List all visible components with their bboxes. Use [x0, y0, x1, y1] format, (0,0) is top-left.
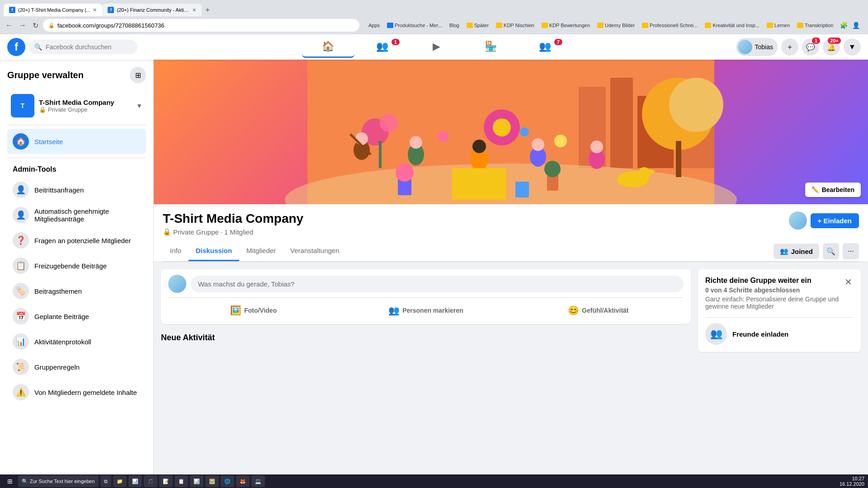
more-icon: ··· — [848, 247, 854, 255]
admin-item-auto-mitglieder[interactable]: 👤 Automatisch genehmigte Mitgliedsanträg… — [7, 202, 146, 228]
home-icon: 🏠 — [322, 41, 334, 52]
taskbar-app-3[interactable]: 📝 — [159, 475, 173, 487]
add-button[interactable]: ＋ — [781, 38, 798, 56]
admin-item-fragen[interactable]: ❓ Fragen an potenzielle Mitglieder — [7, 228, 146, 253]
freunde-einladen-item[interactable]: 👥 Freunde einladen — [705, 317, 854, 345]
group-title-info: T-Shirt Media Company 🔒 Private Gruppe ·… — [163, 211, 303, 236]
account-menu-button[interactable]: ▼ — [844, 38, 861, 56]
taskbar-app-5[interactable]: 📊 — [190, 475, 203, 487]
composer-input[interactable]: Was machst du gerade, Tobias? — [191, 276, 684, 292]
taskbar-search-label: Zur Suche Text hier eingeben — [30, 479, 95, 484]
taskbar-app-4[interactable]: 📋 — [175, 475, 188, 487]
nav-groups[interactable]: 👥 7 — [519, 36, 571, 58]
admin-item-beitragsthemen[interactable]: 🏷️ Beitragsthemen — [7, 278, 146, 304]
nav-watch[interactable]: ▶ — [410, 36, 463, 58]
user-profile-button[interactable]: Tobias — [736, 38, 778, 56]
taskbar-task-view[interactable]: ⧉ — [100, 475, 111, 487]
tab-info[interactable]: Info — [163, 241, 189, 261]
messenger-button[interactable]: 💬 1 — [802, 38, 819, 56]
taskbar-app-1[interactable]: 📊 — [128, 475, 142, 487]
sidebar-panel-toggle[interactable]: ⊞ — [130, 67, 146, 83]
url-box[interactable]: 🔒 facebook.com/groups/727088861560736 — [43, 19, 359, 32]
admin-item-freizugeben[interactable]: 📋 Freizugebende Beiträge — [7, 253, 146, 278]
start-button[interactable]: ⊞ — [4, 477, 16, 486]
browser-chrome: f (20+) T-Shirt Media Company |... ✕ f (… — [0, 0, 868, 34]
invite-button[interactable]: + Einladen — [811, 213, 859, 228]
nav-home[interactable]: 🏠 — [302, 36, 354, 58]
notifications-button[interactable]: 🔔 20+ — [823, 38, 840, 56]
composer-tag-people[interactable]: 👥 Personen markieren — [340, 302, 511, 319]
back-button[interactable]: ← — [4, 19, 14, 31]
tab-mitglieder[interactable]: Mitglieder — [239, 241, 283, 261]
nav-friends[interactable]: 👥 1 — [356, 36, 409, 58]
taskbar-app-8[interactable]: 🦊 — [236, 475, 250, 487]
bookmark-produktsuche[interactable]: Produktsuche - Mer... — [384, 22, 445, 29]
taskbar-app-7[interactable]: 🌐 — [221, 475, 234, 487]
beitragsthemen-icon: 🏷️ — [13, 283, 29, 299]
profile-button[interactable]: 👤 — [851, 21, 861, 30]
composer-row: Was machst du gerade, Tobias? — [168, 275, 684, 293]
search-box[interactable]: 🔍 — [29, 40, 137, 54]
members-count: 1 Mitglied — [224, 228, 253, 236]
sidebar-title: Gruppe verwalten — [7, 70, 84, 80]
admin-item-beitrittsanfragen[interactable]: 👤 Beitrittsanfragen — [7, 177, 146, 202]
bookmark-kdpbew[interactable]: KDP Bewertungen — [539, 22, 593, 29]
sidebar-divider-1 — [7, 125, 146, 125]
setup-close-button[interactable]: ✕ — [841, 275, 855, 289]
search-group-button[interactable]: 🔍 — [823, 243, 839, 259]
svg-point-34 — [438, 131, 448, 142]
composer-feeling[interactable]: 😊 Gefühl/Aktivität — [513, 302, 684, 319]
new-tab-button[interactable]: + — [202, 4, 213, 16]
freunde-label: Freunde einladen — [732, 330, 788, 338]
taskbar: ⊞ 🔍 Zur Suche Text hier eingeben ⧉ 📁 📊 🎵… — [0, 474, 868, 488]
bookmark-lernen[interactable]: Lernen — [764, 22, 793, 29]
bookmark-kreativ[interactable]: Kreativität und Insp... — [702, 22, 762, 29]
nav-marketplace[interactable]: 🏪 — [465, 36, 517, 58]
browser-tab-2[interactable]: f (20+) Finanz Community - Aktie... ✕ — [102, 4, 202, 16]
joined-button[interactable]: 👥 Joined — [774, 244, 819, 259]
tab-veranstaltungen[interactable]: Veranstaltungen — [283, 241, 346, 261]
bookmark-kdp[interactable]: KDP Nischien — [493, 22, 537, 29]
taskbar-app-2[interactable]: 🎵 — [144, 475, 157, 487]
tab-close-2[interactable]: ✕ — [192, 7, 196, 13]
group-info: T-Shirt Media Company 🔒 Private Gruppe — [39, 99, 132, 113]
edit-cover-button[interactable]: ✏️ Bearbeiten — [805, 183, 861, 197]
forward-button[interactable]: → — [17, 19, 28, 31]
bookmark-prof[interactable]: Professionell Schrei... — [639, 22, 700, 29]
post-composer: Was machst du gerade, Tobias? 🖼️ Foto/Vi… — [161, 269, 691, 324]
browser-tab-1[interactable]: f (20+) T-Shirt Media Company |... ✕ — [4, 4, 102, 16]
neue-aktivitat-heading: Neue Aktivität — [161, 329, 691, 346]
time-display: 10:27 — [840, 476, 864, 481]
startseite-icon: 🏠 — [13, 133, 29, 150]
bookmark-apps[interactable]: Apps — [366, 22, 382, 29]
taskbar-app-6[interactable]: 🖼️ — [205, 475, 219, 487]
tab-close-1[interactable]: ✕ — [93, 7, 97, 13]
composer-photo-video[interactable]: 🖼️ Foto/Video — [168, 302, 339, 319]
taskbar-search-icon: 🔍 — [22, 479, 28, 484]
svg-point-17 — [355, 132, 368, 145]
svg-point-36 — [554, 135, 567, 147]
admin-item-geplante[interactable]: 📅 Geplante Beiträge — [7, 304, 146, 329]
bookmark-blog[interactable]: Blog — [447, 22, 462, 29]
tab-diskussion[interactable]: Diskussion — [189, 241, 239, 261]
bookmark-transkription[interactable]: Transkription — [794, 22, 836, 29]
admin-item-aktivitaten[interactable]: 📊 Aktivitätenprotokoll — [7, 329, 146, 354]
taskbar-search[interactable]: 🔍 Zur Suche Text hier eingeben — [18, 475, 99, 487]
svg-point-9 — [669, 78, 723, 132]
bookmark-später[interactable]: Später — [464, 22, 491, 29]
admin-item-gruppenregeln[interactable]: 📜 Gruppenregeln — [7, 354, 146, 380]
taskbar-file-explorer[interactable]: 📁 — [113, 475, 127, 487]
member-avatar-preview — [789, 211, 807, 230]
facebook-logo[interactable]: f — [7, 38, 25, 56]
more-options-button[interactable]: ··· — [843, 243, 859, 259]
bookmark-udemy[interactable]: Udemy Bilder — [594, 22, 637, 29]
taskbar-app-9[interactable]: 💻 — [251, 475, 265, 487]
refresh-button[interactable]: ↻ — [31, 19, 40, 32]
admin-item-gemeldete[interactable]: ⚠️ Von Mitgliedern gemeldete Inhalte — [7, 380, 146, 405]
joined-icon: 👥 — [780, 247, 788, 255]
extensions-button[interactable]: 🧩 — [839, 21, 849, 30]
messenger-badge: 1 — [812, 38, 820, 44]
group-selector[interactable]: T T-Shirt Media Company 🔒 Private Gruppe… — [7, 90, 146, 121]
search-input[interactable] — [46, 43, 127, 51]
sidebar-nav-startseite[interactable]: 🏠 Startseite — [7, 129, 146, 154]
